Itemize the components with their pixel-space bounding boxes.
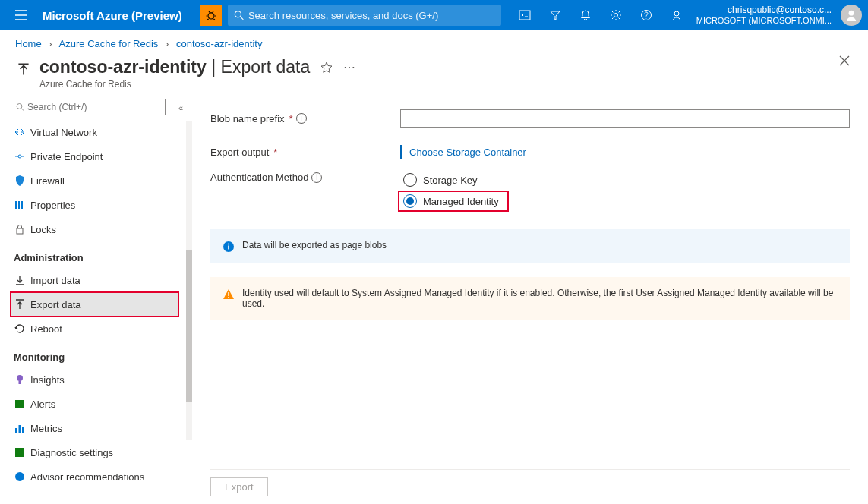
reboot-icon (14, 323, 26, 335)
blob-prefix-label: Blob name prefix* i (210, 113, 400, 124)
bug-icon (205, 9, 217, 21)
info-icon[interactable]: i (296, 113, 307, 124)
svg-point-1 (235, 11, 241, 17)
global-search[interactable] (228, 5, 501, 26)
info-icon (223, 241, 235, 253)
svg-point-25 (228, 244, 229, 245)
account-directory: MICROSOFT (MICROSOFT.ONMI... (696, 16, 832, 26)
svg-rect-21 (15, 448, 24, 457)
azure-topbar: Microsoft Azure (Preview) chrisqpublic@c… (0, 0, 868, 30)
global-search-input[interactable] (248, 10, 495, 21)
svg-rect-3 (519, 11, 530, 20)
lock-icon (14, 223, 26, 235)
breadcrumb-parent[interactable]: Azure Cache for Redis (59, 38, 159, 49)
radio-managed-identity[interactable]: Managed Identity (400, 193, 507, 209)
warning-notice-text: Identity used will default to System Ass… (242, 288, 838, 309)
auth-method-label: Authentication Method i (210, 172, 400, 183)
vnet-icon (14, 126, 26, 138)
gear-icon (610, 9, 622, 21)
info-notice: Data will be exported as page blobs (210, 229, 850, 263)
filter-icon (549, 9, 561, 21)
more-button[interactable]: ⋯ (343, 60, 355, 74)
breadcrumb-home[interactable]: Home (15, 38, 42, 49)
info-icon[interactable]: i (311, 172, 322, 183)
sidebar-item-export-data[interactable]: Export data (11, 292, 178, 317)
svg-rect-26 (228, 292, 229, 296)
svg-rect-20 (22, 427, 24, 433)
svg-point-15 (17, 375, 23, 381)
menu-search-input[interactable] (27, 102, 160, 112)
collapse-menu-button[interactable]: « (178, 103, 183, 112)
svg-point-7 (849, 11, 854, 16)
avatar[interactable] (841, 5, 862, 26)
notifications-button[interactable] (570, 0, 601, 30)
sidebar-item-reboot[interactable]: Reboot (11, 317, 178, 341)
account-email: chrisqpublic@contoso.c... (728, 5, 832, 15)
resource-menu: « Virtual Network Private Endpoint Firew… (0, 99, 188, 504)
sidebar-item-private-endpoint[interactable]: Private Endpoint (11, 144, 178, 169)
info-notice-text: Data will be exported as page blobs (242, 240, 387, 250)
svg-rect-17 (15, 400, 24, 408)
svg-line-2 (240, 17, 243, 20)
menu-search[interactable] (11, 99, 166, 115)
export-button[interactable]: Export (210, 477, 268, 496)
section-monitoring: Monitoring (14, 351, 188, 363)
import-icon (14, 274, 26, 286)
svg-rect-18 (15, 428, 17, 433)
svg-rect-13 (21, 201, 23, 209)
bell-icon (579, 9, 592, 21)
feedback-icon (671, 9, 683, 21)
properties-icon (14, 199, 26, 211)
sidebar-item-insights[interactable]: Insights (11, 367, 178, 392)
sidebar-item-alerts[interactable]: Alerts (11, 392, 178, 416)
preview-toggle-button[interactable] (200, 5, 222, 26)
export-output-label: Export output* (210, 146, 400, 158)
export-up-icon (15, 61, 32, 78)
account-info[interactable]: chrisqpublic@contoso.c... MICROSOFT (MIC… (692, 5, 836, 26)
sidebar-item-metrics[interactable]: Metrics (11, 416, 178, 440)
insights-icon (14, 373, 26, 386)
settings-button[interactable] (601, 0, 631, 30)
svg-rect-12 (18, 201, 20, 209)
person-icon (844, 8, 858, 22)
warning-icon (223, 288, 235, 301)
svg-point-10 (18, 155, 21, 158)
pin-button[interactable] (320, 61, 333, 74)
svg-point-8 (17, 104, 22, 109)
cloud-shell-button[interactable] (510, 0, 540, 30)
diagnostic-icon (14, 446, 26, 458)
close-icon (839, 55, 850, 66)
svg-point-0 (208, 13, 214, 19)
alerts-icon (14, 398, 26, 410)
help-button[interactable] (631, 0, 661, 30)
close-button[interactable] (839, 55, 850, 66)
breadcrumb: Home › Azure Cache for Redis › contoso-a… (0, 30, 868, 51)
svg-rect-11 (15, 201, 17, 209)
page-title: contoso-azr-identity | Export data (39, 57, 310, 77)
brand-label: Microsoft Azure (Preview) (43, 9, 182, 22)
sidebar-item-advisor[interactable]: Advisor recommendations (11, 465, 178, 489)
sidebar-item-import-data[interactable]: Import data (11, 268, 178, 292)
sidebar-item-locks[interactable]: Locks (11, 217, 178, 241)
sidebar-item-diagnostic-settings[interactable]: Diagnostic settings (11, 440, 178, 465)
svg-rect-16 (19, 381, 21, 384)
radio-storage-key[interactable]: Storage Key (400, 172, 850, 188)
svg-point-22 (15, 472, 24, 481)
cloud-shell-icon (519, 9, 531, 21)
filter-button[interactable] (540, 0, 570, 30)
svg-line-9 (21, 109, 24, 111)
endpoint-icon (14, 150, 26, 162)
sidebar-item-properties[interactable]: Properties (11, 193, 178, 217)
blob-prefix-input[interactable] (400, 109, 850, 128)
feedback-button[interactable] (661, 0, 692, 30)
breadcrumb-current[interactable]: contoso-azr-identity (176, 38, 262, 49)
svg-rect-19 (19, 425, 21, 433)
svg-rect-14 (17, 228, 23, 234)
sidebar-item-virtual-network[interactable]: Virtual Network (11, 120, 178, 144)
hamburger-menu-button[interactable] (6, 10, 36, 20)
sidebar-item-firewall[interactable]: Firewall (11, 169, 178, 193)
shield-icon (14, 175, 26, 187)
svg-rect-24 (228, 246, 229, 250)
metrics-icon (14, 422, 26, 434)
choose-container-button[interactable]: Choose Storage Container (400, 145, 534, 159)
